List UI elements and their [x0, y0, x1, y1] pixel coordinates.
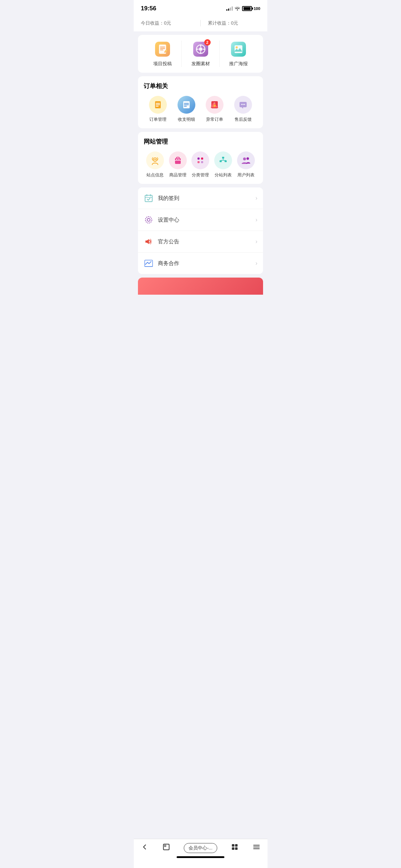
product-label: 商品管理 [169, 172, 186, 178]
total-label: 累计收益： [208, 20, 231, 26]
users-icon [237, 151, 255, 169]
category-icon [191, 151, 209, 169]
feedback-icon [234, 96, 252, 114]
abnormal-item[interactable]: ⚡ 异常订单 [206, 96, 223, 123]
quick-action-poster[interactable]: 推广海报 [220, 41, 257, 67]
svg-point-27 [241, 104, 242, 105]
circle-label: 发圈素材 [191, 61, 210, 67]
svg-rect-35 [197, 157, 200, 160]
settings-chevron: › [256, 217, 257, 223]
earnings-bar: 今日收益：0元 累计收益：0元 [134, 15, 267, 31]
svg-rect-38 [201, 161, 203, 163]
category-label: 分类管理 [192, 172, 209, 178]
menu-business[interactable]: 商务合作 › [138, 253, 263, 274]
announcement-chevron: › [256, 238, 257, 245]
svg-point-28 [243, 104, 244, 105]
svg-point-7 [199, 47, 202, 51]
product-item[interactable]: 商品管理 [169, 151, 187, 178]
svg-point-34 [178, 159, 179, 160]
svg-rect-36 [201, 157, 203, 160]
status-bar: 19:56 100 [134, 0, 267, 15]
feedback-item[interactable]: 售后反馈 [234, 96, 252, 123]
subsite-label: 分站列表 [215, 172, 232, 178]
menu-list: 我的签到 › 设置中心 › [138, 187, 263, 274]
order-mgmt-icon [149, 96, 167, 114]
subsite-item[interactable]: 分站列表 [214, 151, 232, 178]
svg-point-45 [247, 157, 249, 160]
today-label: 今日收益： [141, 20, 164, 26]
today-value: 0元 [164, 20, 171, 26]
status-icons: 100 [226, 6, 260, 11]
svg-point-29 [244, 104, 245, 105]
quick-action-project[interactable]: 项目投稿 [144, 41, 182, 67]
today-earnings: 今日收益：0元 [141, 20, 201, 26]
svg-point-14 [236, 46, 238, 48]
svg-text:⚡: ⚡ [212, 103, 217, 108]
svg-rect-32 [175, 158, 181, 164]
poster-icon [230, 41, 247, 58]
order-icon-grid: 订单管理 收支明细 [144, 96, 257, 123]
menu-business-left: 商务合作 [144, 258, 179, 268]
svg-point-44 [243, 157, 246, 160]
project-label: 项目投稿 [153, 61, 172, 67]
svg-point-33 [176, 159, 177, 160]
battery-icon [242, 6, 252, 11]
business-label: 商务合作 [158, 260, 179, 267]
users-label: 用户列表 [237, 172, 255, 178]
abnormal-icon: ⚡ [206, 96, 223, 114]
business-icon [144, 258, 154, 268]
feedback-label: 售后反馈 [235, 117, 252, 123]
svg-rect-13 [235, 45, 242, 53]
income-label: 收支明细 [178, 117, 195, 123]
site-info-label: 站点信息 [146, 172, 164, 178]
income-item[interactable]: 收支明细 [178, 96, 195, 123]
total-value: 0元 [231, 20, 238, 26]
total-earnings: 累计收益：0元 [201, 20, 260, 26]
menu-settings[interactable]: 设置中心 › [138, 209, 263, 231]
business-chevron: › [256, 260, 257, 267]
quick-action-circle[interactable]: 2 [182, 41, 220, 67]
menu-checkin[interactable]: 我的签到 › [138, 187, 263, 209]
abnormal-label: 异常订单 [206, 117, 223, 123]
checkin-chevron: › [256, 195, 257, 201]
site-section-title: 网站管理 [144, 138, 257, 146]
wifi-icon [235, 6, 240, 11]
quick-actions-card: 项目投稿 2 [138, 35, 263, 73]
signal-icon [226, 6, 233, 11]
order-mgmt-label: 订单管理 [149, 117, 166, 123]
circle-icon: 2 [192, 41, 209, 58]
product-icon [169, 151, 187, 169]
quick-actions-row: 项目投稿 2 [144, 41, 257, 67]
project-icon [154, 41, 171, 58]
status-time: 19:56 [141, 5, 156, 12]
settings-label: 设置中心 [158, 217, 179, 223]
site-section-card: 网站管理 站点信息 [138, 132, 263, 184]
menu-announcement-left: 官方公告 [144, 237, 179, 247]
site-icon-grid: 站点信息 商品管理 [144, 151, 257, 178]
svg-point-31 [154, 159, 156, 160]
svg-rect-37 [197, 161, 200, 163]
bottom-cta-hint[interactable] [138, 278, 263, 295]
poster-label: 推广海报 [229, 61, 248, 67]
order-section-title: 订单相关 [144, 82, 257, 90]
announcement-icon [144, 237, 154, 247]
order-mgmt-item[interactable]: 订单管理 [149, 96, 167, 123]
category-item[interactable]: 分类管理 [191, 151, 209, 178]
order-section-card: 订单相关 订单管理 [138, 76, 263, 128]
menu-checkin-left: 我的签到 [144, 193, 179, 203]
menu-announcement[interactable]: 官方公告 › [138, 231, 263, 253]
users-item[interactable]: 用户列表 [237, 151, 255, 178]
site-info-icon [146, 151, 164, 169]
subsite-icon [214, 151, 232, 169]
checkin-icon [144, 193, 154, 203]
income-icon [178, 96, 195, 114]
battery-label: 100 [254, 6, 260, 11]
announcement-label: 官方公告 [158, 238, 179, 245]
svg-rect-46 [145, 195, 152, 202]
circle-badge: 2 [204, 39, 211, 46]
site-info-item[interactable]: 站点信息 [146, 151, 164, 178]
checkin-label: 我的签到 [158, 195, 179, 202]
svg-rect-39 [222, 157, 224, 159]
menu-settings-left: 设置中心 [144, 215, 179, 225]
settings-icon [144, 215, 154, 225]
